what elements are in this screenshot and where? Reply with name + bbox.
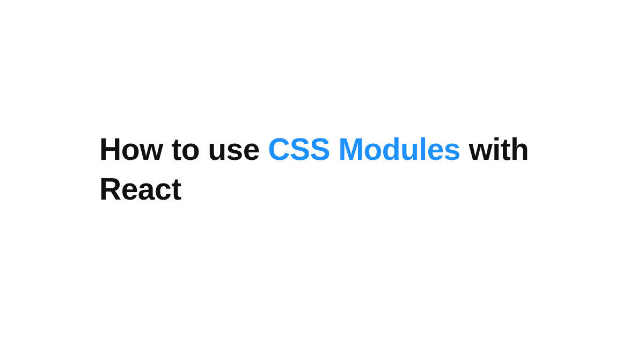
title-part-1: How to use xyxy=(99,132,268,166)
page-title: How to use CSS Modules with React xyxy=(99,129,590,209)
title-highlight: CSS Modules xyxy=(268,132,460,166)
